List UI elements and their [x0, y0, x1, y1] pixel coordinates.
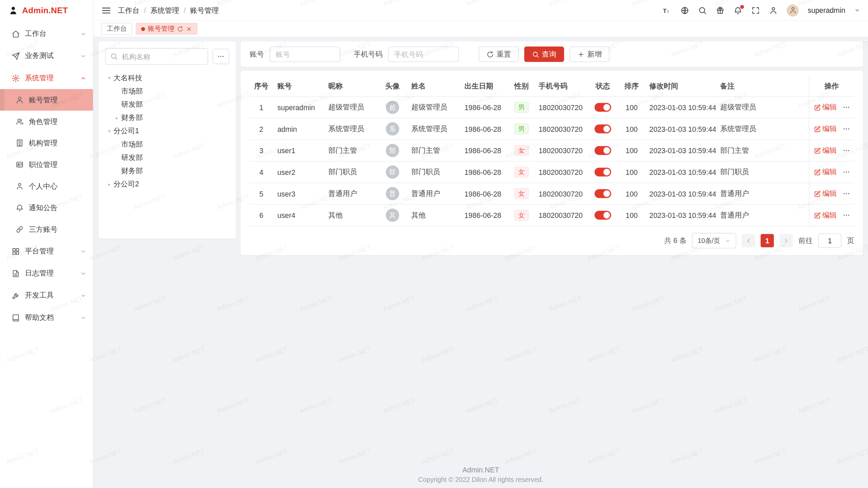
sidebar-item-platform-management[interactable]: 平台管理 — [0, 240, 93, 262]
page-unit-label: 页 — [847, 236, 854, 246]
sidebar-item-org-management[interactable]: 机构管理 — [0, 132, 93, 154]
brand-logo-icon — [8, 5, 18, 15]
page-1-button[interactable]: 1 — [761, 234, 774, 247]
sidebar-item-personal-center[interactable]: 个人中心 — [0, 176, 93, 197]
close-tab-icon[interactable] — [186, 26, 192, 32]
tree-node[interactable]: 市场部 — [105, 85, 229, 98]
account-input[interactable] — [270, 46, 340, 62]
cell-account: superadmin — [273, 97, 324, 118]
edit-button[interactable]: 编辑 — [813, 124, 837, 134]
caret-right-icon[interactable]: ▸ — [113, 115, 121, 121]
tree-node[interactable]: ▸财务部 — [105, 111, 229, 124]
more-actions-button[interactable] — [842, 168, 850, 176]
cell-nickname: 普通用户 — [324, 183, 378, 205]
edit-button[interactable]: 编辑 — [813, 102, 837, 112]
tree-node[interactable]: ▸分公司2 — [105, 178, 229, 191]
avatar[interactable] — [787, 4, 799, 16]
status-toggle[interactable] — [594, 211, 611, 220]
font-size-icon[interactable]: Tt — [663, 6, 671, 15]
next-page-button[interactable] — [780, 234, 793, 247]
sidebar-item-role-management[interactable]: 角色管理 — [0, 111, 93, 133]
page-size-select[interactable]: 10条/页 — [692, 233, 736, 248]
cell-remark: 部门职员 — [716, 161, 809, 183]
gift-icon[interactable] — [716, 6, 725, 15]
tree-node[interactable]: ▾大名科技 — [105, 72, 229, 85]
chevron-down-icon — [80, 31, 86, 37]
add-button[interactable]: 新增 — [570, 46, 610, 62]
status-toggle[interactable] — [594, 103, 611, 112]
sidebar-item-account-management[interactable]: 账号管理 — [0, 89, 93, 111]
cell-modified: 2023-01-03 10:59:44 — [645, 118, 716, 140]
sidebar-item-label: 三方账号 — [29, 224, 86, 234]
sidebar-item-position-management[interactable]: 职位管理 — [0, 154, 93, 176]
sidebar-item-business-test[interactable]: 业务测试 — [0, 45, 93, 67]
language-icon[interactable] — [680, 6, 689, 15]
more-actions-button[interactable] — [842, 125, 850, 133]
sidebar-item-notice[interactable]: 通知公告 — [0, 197, 93, 219]
sidebar-item-label: 业务测试 — [25, 51, 75, 61]
cell-remark: 普通用户 — [716, 183, 809, 205]
refresh-tab-icon[interactable] — [177, 26, 183, 32]
tree-node[interactable]: 研发部 — [105, 98, 229, 111]
reset-button[interactable]: 重置 — [479, 46, 519, 62]
more-actions-button[interactable] — [842, 211, 850, 219]
search-button[interactable]: 查询 — [524, 46, 564, 62]
caret-down-icon[interactable]: ▾ — [105, 75, 113, 81]
svg-text:t: t — [668, 9, 669, 14]
cell-remark: 普通用户 — [716, 204, 809, 226]
column-header-status: 状态 — [587, 76, 618, 97]
caret-right-icon[interactable]: ▸ — [105, 182, 113, 187]
caret-down-icon[interactable]: ▾ — [105, 128, 113, 134]
more-actions-button[interactable] — [842, 147, 850, 155]
sidebar-item-third-party-account[interactable]: 三方账号 — [0, 219, 93, 240]
tab-workbench[interactable]: 工作台 — [101, 23, 132, 35]
filter-bar: 账号 手机号码 重置 查询 新增 — [241, 41, 863, 67]
cell-phone: 18020030720 — [534, 97, 588, 118]
notifications-button[interactable] — [733, 6, 742, 15]
avatar: 部 — [386, 165, 399, 179]
prev-page-button[interactable] — [742, 234, 755, 247]
cell-nickname: 部门主管 — [324, 140, 378, 161]
tree-node[interactable]: 研发部 — [105, 151, 229, 164]
tab-account-management[interactable]: 账号管理 — [136, 23, 198, 35]
file-icon — [12, 269, 20, 277]
tree-node[interactable]: ▾分公司1 — [105, 124, 229, 138]
phone-input[interactable] — [388, 46, 459, 62]
fullscreen-icon[interactable] — [751, 6, 760, 15]
edit-button[interactable]: 编辑 — [813, 145, 837, 155]
content-area: ▾大名科技市场部研发部▸财务部▾分公司1市场部研发部财务部▸分公司2 账号 手机… — [94, 37, 868, 488]
status-toggle[interactable] — [594, 168, 611, 177]
breadcrumb-item-system[interactable]: 系统管理 — [150, 5, 179, 15]
sidebar-item-label: 角色管理 — [29, 117, 86, 126]
table-card: 序号账号昵称头像姓名出生日期性别手机号码状态排序修改时间备注操作 1supera… — [241, 71, 863, 255]
edit-button[interactable]: 编辑 — [813, 210, 837, 220]
org-more-button[interactable] — [213, 49, 229, 64]
sidebar-item-dev-tools[interactable]: 开发工具 — [0, 284, 93, 306]
tree-node[interactable]: 财务部 — [105, 164, 229, 178]
edit-button[interactable]: 编辑 — [813, 189, 837, 199]
goto-page-input[interactable] — [818, 233, 842, 248]
search-icon[interactable] — [698, 6, 707, 15]
sidebar-item-help-docs[interactable]: 帮助文档 — [0, 306, 93, 328]
breadcrumb-item-workbench[interactable]: 工作台 — [118, 5, 140, 15]
edit-button[interactable]: 编辑 — [813, 167, 837, 177]
status-toggle[interactable] — [594, 189, 611, 198]
org-search-input[interactable] — [121, 52, 203, 61]
person-icon — [16, 182, 24, 190]
chevron-down-icon[interactable] — [854, 7, 860, 13]
more-actions-button[interactable] — [842, 103, 850, 111]
sidebar-item-log-management[interactable]: 日志管理 — [0, 262, 93, 284]
sidebar-item-workbench[interactable]: 工作台 — [0, 23, 93, 45]
refresh-icon — [487, 50, 494, 58]
cell-avatar: 普 — [378, 183, 407, 205]
menu-toggle-icon[interactable] — [101, 5, 111, 15]
status-toggle[interactable] — [594, 146, 611, 155]
total-count: 共 6 条 — [664, 236, 687, 246]
status-toggle[interactable] — [594, 125, 611, 134]
sidebar-item-system-management[interactable]: 系统管理 — [0, 67, 93, 89]
profile-icon[interactable] — [769, 6, 778, 15]
tree-node[interactable]: 市场部 — [105, 138, 229, 151]
more-actions-button[interactable] — [842, 190, 850, 198]
right-column: 账号 手机号码 重置 查询 新增 — [241, 41, 863, 483]
username[interactable]: superadmin — [808, 6, 845, 14]
